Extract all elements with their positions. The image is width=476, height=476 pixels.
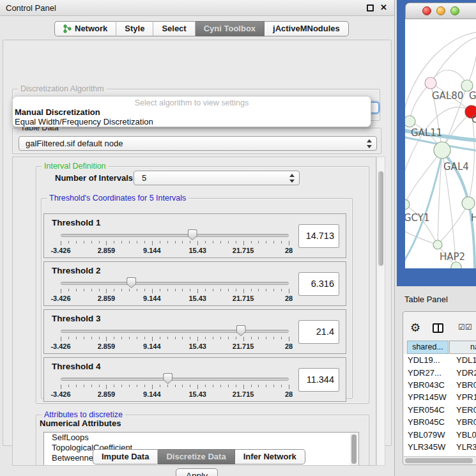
table-data-combobox[interactable]: galFiltered.sif default node bbox=[19, 136, 377, 151]
table-row[interactable]: YBR045CYBR0 bbox=[404, 416, 476, 428]
slider-tick bbox=[137, 289, 137, 291]
network-node-gal4[interactable] bbox=[434, 142, 450, 158]
table-row[interactable]: YPR145WYPR1 bbox=[404, 391, 476, 403]
slider-tick bbox=[160, 241, 160, 243]
window-title: Control Panel bbox=[6, 3, 56, 13]
column-header-shared-name[interactable]: shared... bbox=[407, 341, 449, 354]
network-node-gal80[interactable] bbox=[425, 77, 436, 89]
checkbox-icon[interactable]: ☑ bbox=[458, 323, 465, 332]
slider-tick bbox=[114, 241, 114, 243]
table-row[interactable]: YBL079WYBL0 bbox=[404, 428, 476, 440]
threshold-value-field[interactable]: 14.713 bbox=[298, 224, 339, 248]
algorithm-option-manual-discretization[interactable]: Manual Discretization bbox=[13, 107, 371, 117]
list-item-selfloops[interactable]: SelfLoops bbox=[44, 433, 358, 443]
network-node-node-bottom[interactable] bbox=[451, 262, 461, 268]
slider-tick bbox=[243, 385, 244, 389]
cell-shared-name: YBR045C bbox=[404, 417, 450, 427]
slider-tick bbox=[236, 385, 236, 387]
node-label-hap2: HAP2 bbox=[440, 251, 465, 263]
slider-thumb[interactable] bbox=[127, 277, 136, 288]
close-traffic-light-icon[interactable] bbox=[422, 6, 431, 15]
slider-tick bbox=[91, 385, 92, 387]
slider-thumb[interactable] bbox=[188, 229, 197, 240]
slider-tick bbox=[167, 289, 168, 291]
attributes-list-scrollbar[interactable] bbox=[350, 433, 358, 466]
slider-tick bbox=[281, 241, 282, 243]
tab-style[interactable]: Style bbox=[116, 21, 153, 36]
network-node-gcy1[interactable] bbox=[405, 199, 410, 210]
minimize-traffic-light-icon[interactable] bbox=[436, 6, 445, 15]
slider-tick bbox=[182, 241, 183, 243]
scrollbar-thumb[interactable] bbox=[378, 171, 383, 266]
network-node-hap2[interactable] bbox=[433, 240, 442, 249]
network-node-node-right[interactable] bbox=[462, 197, 475, 210]
slider-tick-label: 9.144 bbox=[136, 295, 168, 302]
slider-thumb[interactable] bbox=[236, 325, 246, 336]
column-layout-icon[interactable] bbox=[433, 323, 443, 333]
close-icon[interactable]: ✕ bbox=[380, 3, 387, 12]
slider-tick bbox=[175, 385, 176, 387]
slider-tick bbox=[175, 337, 176, 339]
slider-thumb[interactable] bbox=[163, 373, 173, 384]
slider-tick bbox=[68, 385, 69, 387]
threshold-value-field[interactable]: 21.4 bbox=[298, 320, 339, 344]
threshold-box-2: Threshold 2-3.4262.8599.14415.4321.71528… bbox=[43, 261, 346, 306]
tab-infer-network[interactable]: Infer Network bbox=[235, 449, 305, 464]
table-row[interactable]: YDR27...YDR2 bbox=[404, 366, 476, 378]
table-row[interactable]: YBR043CYBR0 bbox=[404, 379, 476, 391]
slider-tick bbox=[205, 241, 206, 243]
slider-tick bbox=[99, 289, 100, 291]
tab-label: Style bbox=[125, 24, 144, 33]
slider-tick-label: 9.144 bbox=[136, 390, 168, 398]
algorithm-option-equal-width-frequency-discretization[interactable]: Equal Width/Frequency Discretization bbox=[13, 117, 371, 127]
apply-button[interactable]: Apply bbox=[176, 468, 218, 476]
slider-tick bbox=[129, 337, 130, 339]
node-label-gcy1: GCY1 bbox=[405, 212, 430, 224]
zoom-traffic-light-icon[interactable] bbox=[450, 6, 459, 15]
table-horizontal-scrollbar[interactable] bbox=[404, 456, 476, 464]
slider-tick-label: 21.715 bbox=[227, 342, 259, 350]
tab-impute-data[interactable]: Impute Data bbox=[93, 449, 158, 464]
slider-tick-label: -3.426 bbox=[45, 390, 77, 398]
slider-tick bbox=[197, 385, 198, 389]
node-label-h: H bbox=[471, 212, 476, 224]
column-header-name[interactable]: na bbox=[449, 341, 476, 354]
network-view-canvas[interactable]: GAL80GACGAL11GAL4GCY1HHAP2 bbox=[405, 19, 476, 268]
table-row[interactable]: YER054CYER0 bbox=[404, 404, 476, 416]
tab-discretize-data[interactable]: Discretize Data bbox=[158, 449, 234, 464]
slider-tick bbox=[228, 241, 229, 243]
checkbox-icon[interactable]: ☑ bbox=[465, 323, 472, 332]
slider-track[interactable] bbox=[61, 282, 289, 285]
scrollbar-thumb[interactable] bbox=[405, 458, 473, 463]
table-row[interactable]: YDL19...YDL1 bbox=[404, 354, 476, 366]
tab-select[interactable]: Select bbox=[153, 21, 195, 36]
slider-tick bbox=[152, 241, 153, 245]
slider-track[interactable] bbox=[61, 330, 289, 333]
scrollbar-thumb[interactable] bbox=[351, 434, 357, 464]
undock-icon[interactable] bbox=[367, 4, 374, 12]
tab-network[interactable]: Network bbox=[54, 21, 116, 36]
slider-tick-label: 15.43 bbox=[181, 390, 213, 398]
slider-tick bbox=[144, 241, 145, 243]
table-row[interactable]: YLR345WYLR3 bbox=[404, 441, 476, 453]
slider-tick bbox=[61, 385, 61, 389]
bottom-tab-bar: Impute DataDiscretize DataInfer Network bbox=[93, 449, 305, 464]
network-node-gal11[interactable] bbox=[405, 116, 415, 127]
gear-icon[interactable]: ⚙ bbox=[410, 321, 420, 335]
slider-track[interactable] bbox=[61, 234, 289, 237]
slider-tick bbox=[281, 289, 282, 291]
slider-tick bbox=[76, 241, 77, 243]
thresholds-section-title: Threshold's Coordinates for 5 Intervals bbox=[47, 194, 188, 203]
threshold-value-field[interactable]: 6.316 bbox=[298, 272, 339, 296]
threshold-value-field[interactable]: 11.344 bbox=[298, 368, 339, 392]
threshold-label: Threshold 3 bbox=[52, 314, 101, 323]
slider-tick bbox=[129, 385, 130, 387]
tab-cyni-toolbox[interactable]: Cyni Toolbox bbox=[196, 21, 265, 36]
settings-vertical-scrollbar[interactable] bbox=[376, 157, 385, 466]
number-of-intervals-label: Number of Intervals bbox=[55, 173, 133, 183]
network-graph: GAL80GACGAL11GAL4GCY1HHAP2 bbox=[405, 19, 476, 268]
slider-track[interactable] bbox=[61, 378, 289, 381]
number-of-intervals-combobox[interactable]: 5 bbox=[134, 171, 300, 185]
slider-tick bbox=[68, 241, 69, 243]
tab-jactivemnodules[interactable]: jActiveMNodules bbox=[265, 21, 349, 36]
